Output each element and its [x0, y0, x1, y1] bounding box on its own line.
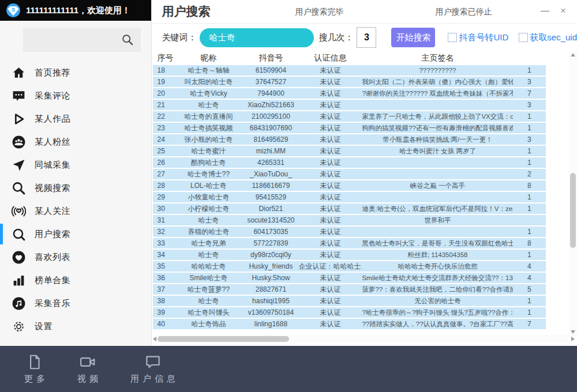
table-cell: Smile哈士奇幼犬哈士奇交流群养犬经验交流??：1342525... — [362, 274, 513, 282]
svg-text:S: S — [12, 6, 16, 13]
table-cell: 未认证 — [298, 112, 362, 122]
table-cell: 20 — [153, 89, 174, 97]
sidebar-item[interactable]: 首页推荐 — [0, 61, 151, 84]
table-row[interactable]: 23哈士奇搞笑视频68431907690未认证狗狗的搞笑视频??还有一些有趣滑稽… — [153, 123, 546, 133]
scroll-up-arrow-icon[interactable] — [571, 53, 575, 56]
table-cell: Dior521 — [243, 205, 298, 213]
vertical-scroll-thumb[interactable] — [570, 173, 576, 248]
table-row[interactable]: 29小牧童哈士奇95415529未认证1 — [153, 192, 546, 202]
toolbar-item[interactable]: 更多 — [21, 353, 48, 385]
table-cell: Husky.Show — [243, 274, 298, 282]
table-cell: 36 — [153, 274, 174, 282]
table-row[interactable]: 37哈士奇菠萝??28827671未认证菠萝??：喜欢我就关注我吧，二给你们看?… — [153, 284, 546, 295]
table-cell: 1 — [513, 228, 545, 236]
table-row[interactable]: 26酷狗哈士奇4265331未认证1 — [153, 157, 546, 168]
table-cell: 4 — [513, 262, 545, 270]
sidebar-item[interactable]: 榜单合集 — [0, 269, 151, 292]
sidebar-item[interactable]: 用户搜索 — [0, 223, 151, 246]
table-cell: 3 — [513, 135, 545, 144]
table-cell: 小柠檬哈士奇 — [174, 204, 243, 214]
table-row[interactable]: 25哈士奇蜜汁mizhi.MM未认证哈士奇叫蜜汁 女孩 两岁了1 — [153, 146, 546, 156]
toolbar-item[interactable]: 用户信息 — [127, 353, 179, 385]
camera-icon — [79, 353, 96, 371]
sidebar-item[interactable]: 同城采集 — [0, 153, 151, 176]
table-row[interactable]: 32养猫的哈士奇604173035未认证1 — [153, 227, 546, 237]
sidebar-search-input[interactable] — [23, 28, 141, 52]
table-cell: ?谢谢你的关注?????? 双血统哈士奇妹妹（不拆家不撒手... — [362, 89, 513, 98]
sidebar-item[interactable]: 喜欢列表 — [0, 246, 151, 269]
table-row[interactable]: 31哈士奇socute1314520未认证世界和平 — [153, 215, 546, 225]
table-row[interactable]: 18哈士奇～轴轴61509904未认证??????????1 — [153, 65, 546, 76]
toolbar-item[interactable]: 视频 — [74, 353, 102, 385]
table-row[interactable]: 30小柠檬哈士奇Dior521未认证迪奥:哈士奇(公，双血统冠军后代)不是阿拉！… — [153, 203, 546, 214]
page-title: 用户搜索 — [162, 3, 210, 20]
table-cell: linling1688 — [243, 320, 298, 328]
search-icon — [121, 33, 134, 46]
minimize-button[interactable]: — — [538, 0, 552, 23]
table-row[interactable]: 40哈士奇饰品linling1688未认证??踏踏实实做人，??认认真真做事。?… — [153, 319, 546, 329]
sidebar-item[interactable]: 视频搜索 — [0, 176, 151, 199]
count-label: 搜几次： — [319, 32, 353, 43]
play-icon — [12, 112, 26, 126]
start-search-button[interactable]: 开始搜索 — [391, 28, 435, 47]
table-cell: 2100295100 — [243, 112, 298, 120]
table-row[interactable]: 38哈士奇hashiqi1995未认证无公害的哈士奇1 — [153, 296, 546, 306]
results-table: 序号昵称抖音号认证信息主页签名 18哈士奇～轴轴61509904未认证?????… — [153, 51, 546, 330]
uid-checkbox[interactable] — [448, 33, 457, 42]
home-icon — [12, 66, 26, 80]
horizontal-scrollbar[interactable] — [153, 335, 568, 343]
scroll-down-arrow-icon[interactable] — [571, 330, 575, 334]
table-cell: 32 — [153, 228, 174, 236]
table-cell: 8 — [513, 239, 545, 247]
secuid-checkbox[interactable] — [519, 33, 528, 42]
table-cell: 1 — [513, 66, 545, 74]
table-row[interactable]: 35哈哈哈士奇Husky_friends企业认证：哈哈哈士...哈哈哈士奇开心快… — [153, 261, 546, 272]
table-cell: 养猫的哈士奇 — [174, 227, 243, 237]
table-cell: v13609750184 — [243, 308, 298, 316]
sidebar-item[interactable]: 设置 — [0, 315, 151, 338]
scroll-left-arrow-icon[interactable] — [153, 337, 156, 341]
sidebar-item[interactable]: 某人关注 — [0, 199, 151, 223]
follow-icon — [12, 204, 26, 218]
table-cell: 哈士奇菠萝?? — [174, 285, 243, 295]
uid-checkbox-group[interactable]: 抖音号转UID — [448, 32, 508, 43]
keyword-input[interactable]: 哈士奇 — [200, 28, 314, 47]
table-cell: 粉丝群; 1143504358 — [362, 251, 513, 259]
column-header: 抖音号 — [243, 53, 298, 63]
table-row[interactable]: 36Smile哈士奇Husky.Show未认证Smile哈士奇幼犬哈士奇交流群养… — [153, 273, 546, 283]
sidebar-item[interactable]: 某人作品 — [0, 107, 151, 130]
table-cell: 604173035 — [243, 228, 298, 236]
column-header: 昵称 — [174, 53, 243, 63]
table-row[interactable]: 34哈士奇dy98rz0cqi0y未认证粉丝群; 11435043581 — [153, 250, 546, 260]
table-row[interactable]: 22哈士奇的直播间2100295100未认证家里养了一只哈士奇，从此跟他较上劲了… — [153, 111, 546, 122]
table-cell: 7 — [513, 320, 545, 328]
table-row[interactable]: 24张小瓶的哈士奇816495629未认证带小瓶盖各种搞笑挑战:两/一天一更！3 — [153, 134, 546, 145]
table-cell: 哈士奇 — [174, 216, 243, 225]
table-row[interactable]: 33哈士奇兄弟577227839未认证黑色哈士奇叫大宝，是哥哥，天生没有双眼红色… — [153, 238, 546, 248]
table-row[interactable]: 27哈士奇博士??_XiaoTuDou_未认证2 — [153, 169, 546, 179]
table-row[interactable]: 20哈士奇Vicky7944900未认证?谢谢你的关注?????? 双血统哈士奇… — [153, 88, 546, 99]
table-cell: 未认证 — [298, 169, 362, 179]
sidebar-item[interactable]: 采集评论 — [0, 84, 151, 107]
table-cell: 68431907690 — [243, 124, 298, 132]
table-cell: 哈士奇叫蜜汁 女孩 两岁了 — [362, 147, 513, 156]
table-cell: Smile哈士奇 — [174, 273, 243, 283]
table-cell: socute1314520 — [243, 216, 298, 224]
secuid-checkbox-group[interactable]: 获取sec_uid — [519, 32, 577, 43]
chat-icon — [144, 353, 162, 371]
table-cell: 迪奥:哈士奇(公，双血统冠军后代)不是阿拉！V：zeze052... — [362, 205, 513, 213]
main-panel: 用户搜索 用户搜索完毕 用户搜索已停止 — × 关键词： 哈士奇 搜几次： 3 … — [152, 0, 577, 346]
sidebar-item[interactable]: 某人粉丝 — [0, 130, 151, 153]
close-button[interactable]: × — [556, 0, 570, 23]
table-row[interactable]: 19叫太阳的哈士奇37647527未认证我叫太阳（二）外表呆萌（傻）内心强大（彪… — [153, 77, 546, 87]
table-row[interactable]: 39哈士奇叫馒头v13609750184未认证?哈士奇很乖的～?狗子叫馒头 馒头… — [153, 307, 546, 318]
table-row[interactable]: 28LOL-哈士奇1186616679未认证峡谷之巅 一个高手8 — [153, 180, 546, 191]
table-cell: 1 — [513, 193, 545, 201]
count-input[interactable]: 3 — [357, 27, 376, 48]
sidebar-item[interactable]: 采集音乐 — [0, 292, 151, 315]
table-row[interactable]: 21哈士奇XiaoZhi521663未认证3 — [153, 100, 546, 110]
table-cell: 未认证 — [298, 77, 362, 87]
horizontal-scroll-thumb[interactable] — [158, 336, 289, 342]
vertical-scrollbar[interactable] — [569, 51, 577, 336]
scroll-right-arrow-icon[interactable] — [571, 337, 575, 341]
